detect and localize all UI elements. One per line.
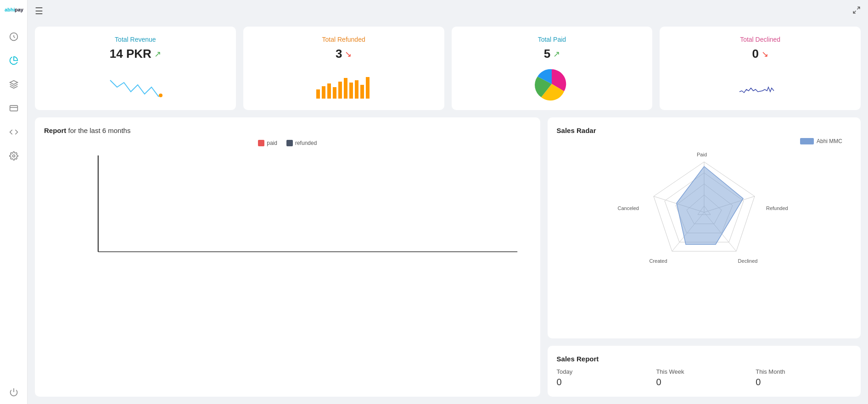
stat-card-paid: Total Paid 5 ↗	[452, 27, 653, 110]
svg-text:Refunded: Refunded	[766, 205, 788, 211]
legend-label-paid: paid	[267, 140, 277, 146]
svg-rect-13	[327, 83, 331, 99]
sidebar-item-code[interactable]	[6, 125, 21, 139]
report-chart-area	[44, 151, 531, 387]
radar-title-sub: Radar	[577, 127, 596, 134]
radar-title-bold: Sales	[557, 127, 575, 134]
svg-text:Declined: Declined	[738, 258, 757, 264]
sales-col-value-month: 0	[756, 377, 851, 387]
svg-marker-39	[677, 166, 743, 244]
stat-value-row-paid: 5 ↗	[544, 47, 560, 61]
svg-point-6	[12, 155, 15, 157]
trend-up-paid: ↗	[553, 49, 560, 59]
svg-marker-3	[10, 81, 17, 84]
stat-card-refunded: Total Refunded 3 ↘	[243, 27, 444, 110]
stat-chart-refunded	[252, 66, 435, 101]
dashboard: Total Revenue 14 PKR ↗ Total Refunded 3	[28, 22, 868, 404]
stat-card-declined: Total Declined 0 ↘	[660, 27, 861, 110]
stat-value-row-revenue: 14 PKR ↗	[110, 47, 161, 61]
stat-value-declined: 0	[752, 47, 758, 61]
stat-value-row-declined: 0 ↘	[752, 47, 768, 61]
stat-chart-declined	[669, 66, 851, 101]
legend-label-refunded: refunded	[295, 140, 317, 146]
svg-rect-20	[366, 77, 370, 99]
sales-col-value-today: 0	[557, 377, 653, 387]
bottom-row: Report for the last 6 months paid refund…	[35, 117, 861, 397]
svg-text:Paid: Paid	[697, 152, 707, 157]
legend-paid: paid	[258, 140, 277, 146]
main-content: ☰ Total Revenue 14 PKR ↗	[28, 0, 868, 404]
sales-col-value-week: 0	[656, 377, 752, 387]
sales-col-header-month: This Month	[756, 368, 851, 375]
svg-rect-11	[316, 89, 320, 99]
trend-down-declined: ↘	[762, 49, 768, 59]
radar-title: Sales Radar	[557, 127, 851, 134]
stat-value-paid: 5	[544, 47, 550, 61]
sidebar: abhi pay	[0, 0, 28, 404]
right-panel: Sales Radar Abhi MMC Pai	[548, 117, 861, 397]
stat-title-paid: Total Paid	[538, 36, 566, 43]
legend-dot-paid	[258, 140, 264, 146]
sidebar-item-analytics[interactable]	[6, 29, 21, 44]
sales-col-week: This Week 0	[656, 368, 752, 387]
expand-icon[interactable]	[852, 6, 861, 16]
svg-rect-17	[349, 83, 353, 99]
svg-rect-12	[322, 86, 325, 99]
svg-line-8	[857, 7, 860, 9]
stats-row: Total Revenue 14 PKR ↗ Total Refunded 3	[35, 27, 861, 110]
sidebar-item-power[interactable]	[6, 385, 21, 399]
radar-legend-label: Abhi MMC	[817, 138, 842, 144]
trend-up-revenue: ↗	[154, 49, 161, 59]
sales-col-header-today: Today	[557, 368, 653, 375]
stat-title-declined: Total Declined	[740, 36, 780, 43]
sales-col-header-week: This Week	[656, 368, 752, 375]
sidebar-item-card[interactable]	[6, 101, 21, 116]
svg-text:Canceled: Canceled	[617, 205, 638, 211]
sidebar-item-settings[interactable]	[6, 149, 21, 163]
svg-text:Created: Created	[649, 258, 667, 264]
app-logo[interactable]: abhi pay	[5, 5, 23, 16]
trend-down-refunded: ↘	[345, 49, 352, 59]
svg-text:abhi: abhi	[5, 7, 15, 12]
radar-chart-container: Paid Refunded Declined Created Canceled	[557, 148, 851, 277]
stat-title-revenue: Total Revenue	[115, 36, 156, 43]
sidebar-item-layers[interactable]	[6, 77, 21, 92]
sales-col-today: Today 0	[557, 368, 653, 387]
sales-report-title: Sales Report	[557, 355, 851, 363]
svg-text:pay: pay	[15, 7, 24, 12]
report-card: Report for the last 6 months paid refund…	[35, 117, 540, 397]
svg-rect-14	[333, 87, 336, 99]
menu-icon[interactable]: ☰	[35, 6, 43, 17]
legend-refunded: refunded	[286, 140, 317, 146]
svg-line-9	[853, 11, 856, 13]
sales-report-card: Sales Report Today 0 This Week 0 This Mo…	[548, 346, 861, 397]
stat-chart-revenue	[44, 66, 227, 101]
svg-rect-4	[10, 105, 17, 111]
svg-rect-15	[338, 82, 342, 99]
sales-report-cols: Today 0 This Week 0 This Month 0	[557, 368, 851, 387]
svg-rect-16	[344, 78, 347, 99]
stat-value-row-refunded: 3 ↘	[336, 47, 352, 61]
sales-col-month: This Month 0	[756, 368, 851, 387]
svg-point-10	[159, 94, 162, 97]
report-title: Report for the last 6 months	[44, 127, 531, 134]
svg-rect-18	[355, 80, 358, 99]
sidebar-item-pie[interactable]	[6, 53, 21, 68]
stat-chart-paid	[461, 66, 644, 101]
radar-legend-color	[800, 138, 814, 144]
topbar: ☰	[28, 0, 868, 22]
stat-card-revenue: Total Revenue 14 PKR ↗	[35, 27, 236, 110]
stat-value-refunded: 3	[336, 47, 342, 61]
stat-title-refunded: Total Refunded	[322, 36, 365, 43]
legend-dot-refunded	[286, 140, 293, 146]
radar-card: Sales Radar Abhi MMC Pai	[548, 117, 861, 338]
report-legend: paid refunded	[44, 140, 531, 146]
stat-value-revenue: 14 PKR	[110, 47, 151, 61]
svg-rect-19	[360, 85, 364, 99]
